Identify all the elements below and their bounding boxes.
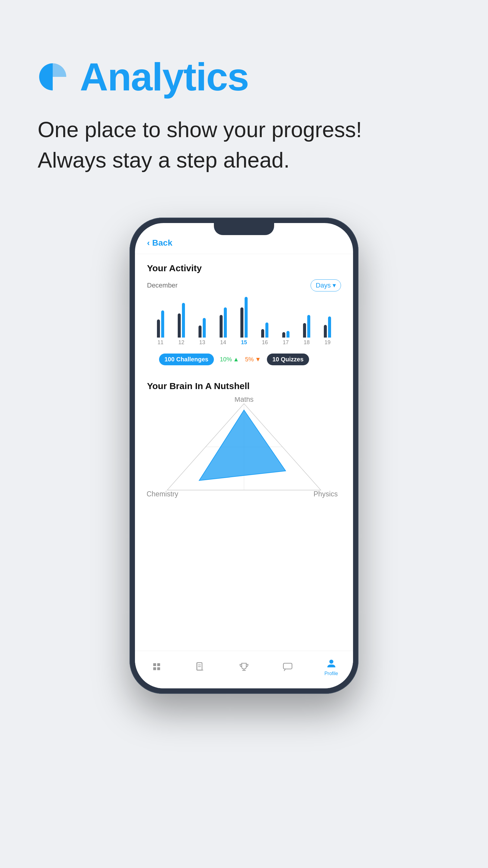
phone-mockup: ‹ Back Your Activity December Days ▾ [0, 218, 488, 724]
activity-title: Your Activity [147, 263, 341, 273]
bar-blue [203, 318, 206, 338]
stats-row: 100 Challenges 10% ▲ 5% ▼ 10 [147, 350, 341, 369]
quizzes-badge: 10 Quizzes [267, 353, 309, 365]
svg-point-22 [329, 659, 333, 663]
svg-rect-21 [284, 663, 292, 669]
svg-rect-13 [157, 667, 160, 670]
bar-group-17: 17 [275, 296, 296, 346]
bar-chart: 11 12 [147, 298, 341, 346]
days-label: Days [316, 281, 331, 289]
nav-item-chat[interactable] [266, 660, 310, 673]
bar-blue [224, 307, 227, 338]
challenges-badge: 100 Challenges [159, 353, 214, 365]
bar-blue [265, 322, 268, 338]
profile-icon [325, 657, 338, 670]
challenges-label: Challenges [176, 356, 208, 363]
title-row: Analytics [38, 54, 450, 99]
bar-blue [328, 316, 331, 338]
bar-group-16: 16 [255, 296, 275, 346]
change-up: 10% ▲ [220, 356, 239, 363]
bar-dark [303, 323, 306, 338]
bar-blue [307, 315, 310, 338]
quizzes-count: 10 [272, 356, 279, 363]
bar-label: 18 [304, 339, 310, 346]
radar-chart: Maths Chemistry Physics [147, 397, 341, 500]
page-title: Analytics [80, 54, 249, 99]
phone-screen: ‹ Back Your Activity December Days ▾ [135, 223, 353, 688]
bar-dark [282, 332, 285, 338]
svg-rect-11 [157, 663, 160, 666]
bar-dark [178, 313, 181, 338]
bar-label: 16 [262, 339, 268, 346]
bar-label-active: 15 [241, 339, 247, 346]
trophy-icon [238, 660, 250, 673]
bar-blue [287, 331, 290, 338]
back-link[interactable]: ‹ Back [147, 238, 341, 248]
nav-item-trophy[interactable] [222, 660, 266, 673]
radar-svg: Maths Chemistry Physics [147, 397, 341, 500]
svg-rect-10 [153, 663, 156, 666]
phone-notch [214, 223, 274, 235]
bar-label: 17 [283, 339, 289, 346]
up-arrow-icon: ▲ [233, 356, 239, 363]
nav-item-home[interactable] [135, 660, 178, 673]
phone-outer: ‹ Back Your Activity December Days ▾ [130, 218, 358, 694]
bar-group-19: 19 [317, 296, 338, 346]
nav-item-profile[interactable]: Profile [310, 657, 353, 676]
bar-blue [182, 303, 185, 338]
brain-section: Your Brain In A Nutshell [135, 378, 353, 506]
svg-text:Chemistry: Chemistry [147, 490, 178, 498]
bar-blue [245, 297, 248, 338]
month-filter-row: December Days ▾ [147, 279, 341, 291]
subtitle: One place to show your progress! Always … [38, 115, 450, 176]
bar-label: 19 [324, 339, 330, 346]
bar-group-12: 12 [171, 296, 192, 346]
chevron-down-icon: ▾ [332, 281, 336, 289]
bar-label: 13 [199, 339, 205, 346]
up-percentage: 10% [220, 356, 232, 363]
down-arrow-icon: ▼ [255, 356, 261, 363]
profile-nav-label: Profile [324, 671, 338, 676]
bar-dark [261, 329, 264, 338]
bottom-nav: Profile [135, 651, 353, 688]
brain-title: Your Brain In A Nutshell [147, 381, 341, 391]
change-down: 5% ▼ [245, 356, 261, 363]
bar-group-15: 15 [233, 296, 254, 346]
month-label: December [147, 281, 177, 289]
bar-dark [324, 325, 327, 338]
back-text: Back [152, 238, 172, 248]
bar-dark [157, 319, 160, 338]
bar-group-11: 11 [150, 296, 171, 346]
book-icon [194, 660, 207, 673]
nav-item-lessons[interactable] [178, 660, 222, 673]
svg-text:Maths: Maths [234, 397, 254, 403]
days-selector[interactable]: Days ▾ [311, 279, 341, 291]
svg-rect-14 [197, 662, 202, 670]
bar-label: 11 [158, 339, 164, 346]
svg-rect-12 [153, 667, 156, 670]
bar-label: 14 [220, 339, 226, 346]
down-percentage: 5% [245, 356, 254, 363]
bar-dark [240, 307, 243, 338]
header-section: Analytics One place to show your progres… [0, 0, 488, 193]
svg-marker-6 [199, 410, 286, 480]
pie-chart-icon [38, 62, 68, 92]
chat-icon [281, 660, 294, 673]
challenges-count: 100 [164, 356, 174, 363]
bar-label: 12 [178, 339, 184, 346]
bar-dark [198, 326, 201, 338]
home-icon [150, 660, 163, 673]
bar-dark [220, 315, 223, 338]
svg-text:Physics: Physics [314, 490, 338, 498]
screen-content: Your Activity December Days ▾ [135, 254, 353, 651]
quizzes-label: Quizzes [281, 356, 304, 363]
bar-group-18: 18 [296, 296, 317, 346]
bar-blue [161, 310, 164, 338]
activity-section: Your Activity December Days ▾ [135, 254, 353, 378]
bar-group-14: 14 [213, 296, 233, 346]
bar-group-13: 13 [192, 296, 213, 346]
back-chevron-icon: ‹ [147, 238, 150, 248]
